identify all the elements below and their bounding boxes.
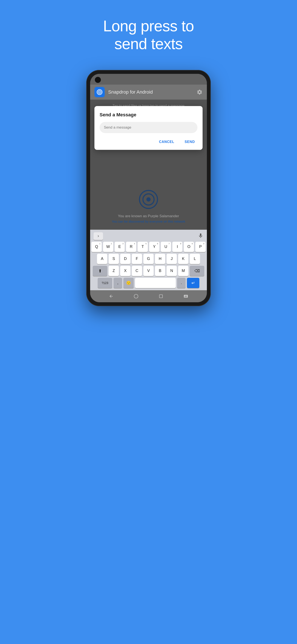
key-p[interactable]: 0P (195, 242, 206, 252)
key-i[interactable]: 8I (172, 242, 182, 252)
key-return[interactable]: ↵ (187, 278, 199, 288)
key-comma[interactable]: , (114, 278, 122, 288)
key-emoji[interactable]: 🙂 (124, 278, 134, 288)
phone-screen: Snapdrop for Android Tap to send files o… (90, 74, 207, 302)
message-input[interactable] (100, 122, 198, 133)
key-u[interactable]: 7U (161, 242, 171, 252)
key-row-3: ⬆ Z X C V B N M ⌫ (92, 266, 206, 276)
key-k[interactable]: K (178, 254, 188, 264)
nav-recents-button[interactable] (158, 294, 163, 298)
settings-icon[interactable] (196, 89, 202, 95)
keyboard-collapse-button[interactable] (94, 232, 103, 240)
key-symbols[interactable]: ?123 (98, 278, 112, 288)
key-f[interactable]: F (132, 254, 142, 264)
key-j[interactable]: J (166, 254, 177, 264)
app-title: Snapdrop for Android (108, 89, 196, 95)
headline-line1: Long press to (103, 18, 194, 34)
key-w[interactable]: 2W (103, 242, 113, 252)
key-z[interactable]: Z (108, 266, 119, 276)
key-a[interactable]: A (97, 254, 107, 264)
dialog-buttons: CANCEL SEND (100, 138, 198, 146)
dialog-title: Send a Message (100, 112, 198, 118)
svg-point-6 (134, 294, 138, 298)
key-h[interactable]: H (155, 254, 165, 264)
key-g[interactable]: G (143, 254, 154, 264)
key-row-1: 1Q 2W 3E 4R 5T 6Y 7U 8I 9O 0P (92, 242, 206, 252)
key-space[interactable] (135, 278, 176, 288)
app-bar: Snapdrop for Android (90, 84, 207, 100)
keyboard-toolbar (92, 232, 206, 242)
keyboard-rows: 1Q 2W 3E 4R 5T 6Y 7U 8I 9O 0P A S (92, 242, 206, 288)
screen-content: Tap to send files or long tap to send a … (90, 100, 207, 230)
svg-rect-7 (160, 294, 163, 298)
key-t[interactable]: 5T (138, 242, 148, 252)
key-x[interactable]: X (120, 266, 130, 276)
status-bar (90, 74, 207, 84)
nav-bar (90, 290, 207, 302)
phone-shell: Snapdrop for Android Tap to send files o… (86, 70, 211, 306)
key-o[interactable]: 9O (184, 242, 194, 252)
key-q[interactable]: 1Q (92, 242, 102, 252)
key-c[interactable]: C (132, 266, 142, 276)
send-message-dialog: Send a Message CANCEL SEND (94, 106, 202, 150)
key-row-2: A S D F G H J K L (92, 254, 206, 264)
keyboard-mic-button[interactable] (198, 233, 204, 239)
send-button[interactable]: SEND (182, 138, 198, 146)
key-v[interactable]: V (143, 266, 154, 276)
key-e[interactable]: 3E (114, 242, 125, 252)
key-shift[interactable]: ⬆ (93, 266, 107, 276)
key-y[interactable]: 6Y (149, 242, 160, 252)
headline-line2: send texts (114, 35, 182, 52)
nav-home-button[interactable] (134, 294, 138, 298)
key-m[interactable]: M (178, 266, 188, 276)
key-d[interactable]: D (120, 254, 130, 264)
svg-point-2 (99, 92, 100, 92)
nav-keyboard-button[interactable] (184, 294, 188, 298)
key-b[interactable]: B (155, 266, 165, 276)
key-l[interactable]: L (190, 254, 200, 264)
key-r[interactable]: 4R (126, 242, 136, 252)
key-period[interactable]: . (177, 278, 186, 288)
key-n[interactable]: N (166, 266, 177, 276)
cancel-button[interactable]: CANCEL (156, 138, 177, 146)
headline: Long press to send texts (103, 17, 194, 53)
app-icon (94, 87, 105, 97)
nav-back-button[interactable] (109, 294, 114, 298)
keyboard: 1Q 2W 3E 4R 5T 6Y 7U 8I 9O 0P A S (90, 230, 207, 290)
key-backspace[interactable]: ⌫ (190, 266, 204, 276)
phone-mockup: Snapdrop for Android Tap to send files o… (86, 70, 211, 306)
key-s[interactable]: S (108, 254, 119, 264)
camera-hole (95, 77, 101, 83)
key-row-4: ?123 , 🙂 . ↵ (92, 278, 206, 288)
